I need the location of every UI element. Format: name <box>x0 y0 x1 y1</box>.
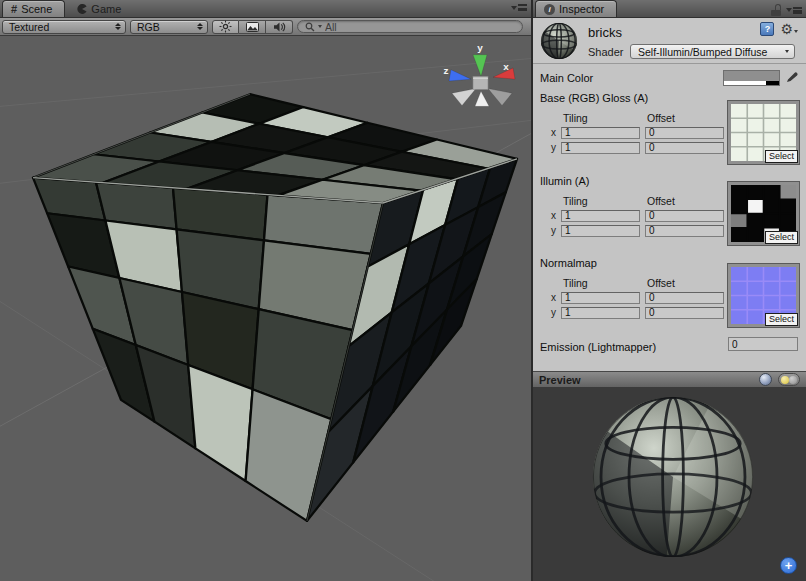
main-color-label: Main Color <box>540 72 593 84</box>
search-input[interactable] <box>325 21 514 33</box>
tiling-header: Tiling <box>561 195 645 207</box>
material-preview-area[interactable]: + <box>533 388 806 581</box>
offset-x-field[interactable] <box>645 127 724 139</box>
unity-editor-window: # Scene Game Textured RGB <box>0 0 806 581</box>
map-name-label: Illumin (A) <box>540 175 590 187</box>
help-icon[interactable]: ? <box>760 22 774 36</box>
illumin-texture-thumbnail[interactable]: Select <box>728 182 799 245</box>
map-name-label: Normalmap <box>540 257 597 269</box>
skybox-toggle-button[interactable] <box>239 20 266 34</box>
normalmap-texture-thumbnail[interactable]: Select <box>728 264 799 327</box>
draw-mode-value: Textured <box>9 21 49 33</box>
main-color-swatch[interactable] <box>723 70 780 86</box>
offset-y-field[interactable] <box>645 307 724 319</box>
preview-title: Preview <box>539 374 759 386</box>
select-button[interactable]: Select <box>765 150 798 163</box>
inspector-body: Main Color Base (RGB) Gloss (A) Tiling O… <box>533 64 806 371</box>
lighting-toggle-button[interactable] <box>212 20 239 34</box>
preview-light-button[interactable] <box>778 373 800 386</box>
tiling-y-field[interactable] <box>561 142 640 154</box>
scene-panel: # Scene Game Textured RGB <box>0 0 531 581</box>
add-preview-button[interactable]: + <box>780 557 797 574</box>
draw-mode-dropdown[interactable]: Textured <box>2 20 126 34</box>
shader-dropdown[interactable]: Self-Illumin/Bumped Diffuse <box>630 44 795 59</box>
tiling-offset-block: Tiling Offset x y <box>541 110 731 155</box>
offset-header: Offset <box>645 277 731 289</box>
scene-tabstrip: # Scene Game <box>0 0 531 18</box>
search-filter-arrow-icon[interactable] <box>318 25 322 28</box>
base-texture-thumbnail[interactable]: Select <box>728 101 799 164</box>
lock-icon[interactable] <box>771 4 781 16</box>
y-axis-label: y <box>541 225 561 236</box>
tiling-x-field[interactable] <box>561 210 640 222</box>
scene-toolbar: Textured RGB <box>0 18 531 36</box>
offset-y-field[interactable] <box>645 142 724 154</box>
svg-text:x: x <box>503 61 509 72</box>
material-preview-thumb <box>539 21 579 61</box>
y-axis-label: y <box>541 307 561 318</box>
inspector-tabstrip: i Inspector <box>533 0 806 18</box>
x-axis-label: x <box>541 292 561 303</box>
offset-header: Offset <box>645 112 731 124</box>
emission-label: Emission (Lightmapper) <box>540 341 656 353</box>
tab-game-label: Game <box>91 3 121 15</box>
render-mode-dropdown[interactable]: RGB <box>130 20 208 34</box>
scene-panel-menu-icon[interactable] <box>511 4 527 11</box>
eyedropper-icon[interactable] <box>786 70 799 83</box>
inspector-panel: i Inspector bricks Shader Self-Illumin/B… <box>531 0 806 581</box>
light-off-dot-icon <box>789 376 797 384</box>
offset-y-field[interactable] <box>645 225 724 237</box>
material-name: bricks <box>588 25 622 40</box>
preview-bar[interactable]: Preview <box>533 371 806 388</box>
inspector-header: bricks Shader Self-Illumin/Bumped Diffus… <box>533 18 806 64</box>
x-axis-label: x <box>541 127 561 138</box>
speaker-icon <box>273 21 286 33</box>
render-mode-value: RGB <box>137 21 160 33</box>
info-icon: i <box>544 4 555 15</box>
inspector-menu-icon[interactable] <box>786 7 802 14</box>
scene-viewport-svg[interactable]: yzx <box>0 36 531 581</box>
chevron-down-icon <box>785 50 789 53</box>
svg-text:z: z <box>444 66 449 77</box>
light-on-dot-icon <box>781 376 789 384</box>
tab-inspector[interactable]: i Inspector <box>535 0 617 17</box>
sun-icon <box>219 20 232 33</box>
search-icon <box>305 22 315 32</box>
dropdown-arrows-icon <box>115 23 121 30</box>
scene-grid-icon: # <box>11 3 17 15</box>
svg-text:y: y <box>477 42 483 53</box>
scene-toggle-buttons <box>212 20 293 34</box>
tiling-x-field[interactable] <box>561 127 640 139</box>
tab-game[interactable]: Game <box>69 0 133 17</box>
dropdown-arrows-icon <box>197 23 203 30</box>
tiling-y-field[interactable] <box>561 225 640 237</box>
tiling-header: Tiling <box>561 112 645 124</box>
gear-icon[interactable]: ⚙ <box>780 22 798 36</box>
select-button[interactable]: Select <box>765 231 798 244</box>
tiling-header: Tiling <box>561 277 645 289</box>
preview-mesh-button[interactable] <box>759 373 772 386</box>
alpha-strip <box>724 81 779 85</box>
tab-inspector-label: Inspector <box>559 3 604 15</box>
color-value <box>724 71 779 81</box>
tab-scene-label: Scene <box>21 3 52 15</box>
offset-header: Offset <box>645 195 731 207</box>
tiling-y-field[interactable] <box>561 307 640 319</box>
scene-viewport[interactable]: yzx <box>0 36 531 581</box>
image-icon <box>246 22 259 32</box>
offset-x-field[interactable] <box>645 292 724 304</box>
tiling-x-field[interactable] <box>561 292 640 304</box>
shader-value: Self-Illumin/Bumped Diffuse <box>638 46 767 58</box>
select-button[interactable]: Select <box>765 313 798 326</box>
audio-toggle-button[interactable] <box>266 20 293 34</box>
tiling-offset-block: Tiling Offset x y <box>541 193 731 238</box>
emission-field[interactable] <box>728 337 798 351</box>
scene-search-field[interactable] <box>297 20 523 33</box>
x-axis-label: x <box>541 210 561 221</box>
game-pacman-icon <box>77 4 87 14</box>
y-axis-label: y <box>541 142 561 153</box>
tab-scene[interactable]: # Scene <box>2 0 65 17</box>
offset-x-field[interactable] <box>645 210 724 222</box>
map-name-label: Base (RGB) Gloss (A) <box>540 92 648 104</box>
shader-label: Shader <box>588 46 623 58</box>
